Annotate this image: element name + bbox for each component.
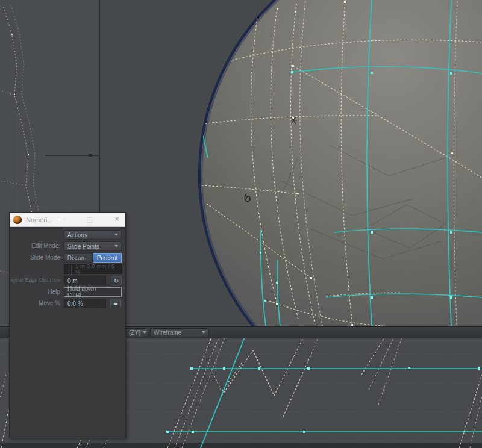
- actions-dropdown[interactable]: Actions: [64, 230, 122, 240]
- axis-line: [45, 154, 99, 157]
- original-edge-distance-field[interactable]: 0 m: [64, 276, 106, 285]
- app-icon: [13, 216, 22, 224]
- move-percent-label: Move %: [11, 300, 60, 306]
- mini-slider-icon[interactable]: ◂▸: [110, 299, 121, 308]
- help-row: Help Hold down CTRL...: [10, 287, 125, 297]
- slide-mode-row: Slide Mode Distan... Percent: [10, 252, 125, 263]
- mesh-points: [166, 367, 480, 433]
- move-percent-row: Move % 0.0 % ◂▸: [10, 298, 125, 309]
- numeric-dialog: Numeri... — × Actions Edit Mode: Slide P…: [9, 212, 126, 438]
- slide-mode-distance-button[interactable]: Distan...: [64, 253, 93, 263]
- refresh-icon[interactable]: ↻: [111, 276, 122, 285]
- view-type-dropdown[interactable]: (ZY): [125, 328, 148, 337]
- dialog-title: Numeri...: [26, 216, 53, 223]
- bottom-edge-strip: [0, 443, 482, 448]
- chevron-down-icon: [143, 331, 146, 334]
- move-percent-field[interactable]: 0.0 %: [64, 299, 106, 308]
- edit-mode-label: Edit Mode:: [11, 243, 60, 249]
- modeler-window: (ZY) Wireframe: [0, 0, 482, 448]
- chevron-down-icon: [114, 234, 118, 236]
- maximize-button[interactable]: [87, 217, 92, 223]
- actions-row: Actions: [10, 229, 125, 240]
- edit-mode-value: Slide Points: [67, 243, 99, 250]
- slide-mode-toggle: Distan... Percent: [64, 253, 122, 263]
- help-label: Help: [11, 288, 60, 295]
- view-type-label: (ZY): [129, 329, 140, 336]
- display-mode-label: Wireframe: [154, 329, 181, 336]
- perspective-canvas: [99, 0, 482, 326]
- slide-mode-label: Slide Mode: [11, 254, 60, 261]
- dialog-titlebar[interactable]: Numeri... — ×: [10, 213, 125, 227]
- help-field: Hold down CTRL...: [64, 287, 122, 297]
- edit-mode-row: Edit Mode: Slide Points: [10, 241, 125, 252]
- viewport-perspective[interactable]: [99, 0, 482, 326]
- readout-field: 1 m 0.0 mm / 5 %: [72, 264, 122, 274]
- sphere-surface: [199, 0, 482, 326]
- readout-spacer: [64, 264, 71, 274]
- original-edge-distance-label: Original Edge Distance: [11, 277, 60, 283]
- slide-mode-percent-button[interactable]: Percent: [93, 253, 122, 263]
- minimize-button[interactable]: —: [59, 215, 69, 225]
- original-edge-distance-row: Original Edge Distance 0 m ↻: [10, 275, 125, 286]
- readout-row: 1 m 0.0 mm / 5 %: [10, 264, 125, 275]
- close-button[interactable]: ×: [112, 215, 122, 225]
- chevron-down-icon: [114, 245, 118, 247]
- chevron-down-icon: [202, 331, 205, 334]
- actions-label: Actions: [67, 232, 87, 238]
- display-mode-dropdown[interactable]: Wireframe: [150, 328, 209, 337]
- edit-mode-dropdown[interactable]: Slide Points: [64, 241, 122, 251]
- selected-edges: [167, 338, 482, 448]
